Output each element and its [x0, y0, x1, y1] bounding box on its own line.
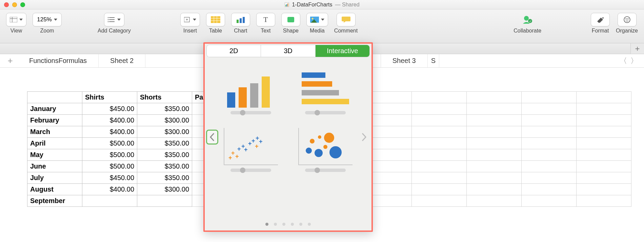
row-header[interactable]: April	[27, 138, 82, 149]
column-header[interactable]: Shorts	[137, 92, 192, 103]
cell[interactable]	[577, 184, 631, 195]
cell[interactable]	[82, 195, 137, 207]
page-dot[interactable]	[274, 223, 277, 226]
cell[interactable]	[522, 184, 577, 195]
row-header[interactable]: September	[27, 195, 82, 207]
sheet-tab[interactable]: Sheet 3	[381, 54, 428, 67]
row-header[interactable]: July	[27, 172, 82, 184]
page-dot[interactable]	[308, 223, 311, 226]
comment-button[interactable]	[337, 13, 356, 26]
cell[interactable]: $450.00	[82, 103, 137, 115]
cell[interactable]	[577, 172, 631, 184]
cell[interactable]	[522, 103, 577, 115]
row-header[interactable]: January	[27, 103, 82, 115]
row-header[interactable]: August	[27, 184, 82, 195]
cell[interactable]: $300.00	[137, 184, 192, 195]
insert-button[interactable]: +	[180, 13, 200, 26]
chart-button[interactable]	[231, 13, 250, 26]
row-header[interactable]: May	[27, 149, 82, 161]
cell[interactable]	[577, 92, 631, 103]
row-header[interactable]: February	[27, 115, 82, 126]
chart-style-next[interactable]	[358, 130, 370, 145]
cell[interactable]: $400.00	[82, 184, 137, 195]
cell[interactable]	[412, 184, 467, 195]
add-column-button[interactable]: +	[630, 43, 644, 54]
chart-type-interactive-bar[interactable]	[295, 70, 356, 114]
cell[interactable]	[137, 195, 192, 207]
cell[interactable]	[577, 126, 631, 138]
table-button[interactable]	[206, 13, 225, 26]
view-button[interactable]	[6, 13, 26, 26]
row-header[interactable]: June	[27, 161, 82, 172]
chart-type-interactive-column[interactable]	[220, 70, 281, 114]
cell[interactable]	[412, 195, 467, 207]
shape-button[interactable]	[281, 13, 300, 26]
cell[interactable]	[412, 138, 467, 149]
page-dot[interactable]	[291, 223, 294, 226]
cell[interactable]	[467, 184, 522, 195]
cell[interactable]	[412, 103, 467, 115]
cell[interactable]	[577, 115, 631, 126]
column-header[interactable]	[27, 92, 82, 103]
tab-interactive[interactable]: Interactive	[315, 45, 369, 57]
cell[interactable]	[467, 126, 522, 138]
tab-3d[interactable]: 3D	[261, 45, 315, 57]
sheet-tab[interactable]: Sheet 2	[99, 54, 145, 67]
cell[interactable]: $400.00	[82, 115, 137, 126]
cell[interactable]: $350.00	[137, 161, 192, 172]
cell[interactable]	[412, 115, 467, 126]
chart-type-interactive-scatter[interactable]: + + + + + + + + + + +	[220, 128, 281, 172]
cell[interactable]	[467, 103, 522, 115]
cell[interactable]	[522, 161, 577, 172]
chart-style-prev[interactable]	[206, 130, 218, 145]
organize-button[interactable]	[618, 13, 637, 26]
cell[interactable]	[467, 115, 522, 126]
page-dot[interactable]	[282, 223, 285, 226]
cell[interactable]: $300.00	[137, 126, 192, 138]
cell[interactable]	[522, 138, 577, 149]
column-header[interactable]: Shirts	[82, 92, 137, 103]
text-button[interactable]: T	[256, 13, 275, 26]
tabs-scroll-left[interactable]: 〈	[620, 56, 627, 66]
page-dot[interactable]	[265, 223, 268, 226]
media-button[interactable]	[306, 13, 328, 26]
cell[interactable]: $350.00	[137, 103, 192, 115]
chart-type-interactive-bubble[interactable]	[295, 128, 356, 172]
fullscreen-window-button[interactable]	[20, 2, 25, 7]
collaborate-button[interactable]: ✓	[518, 13, 537, 26]
sheet-tab[interactable]: FunctionsFormulas	[18, 54, 99, 67]
tab-2d[interactable]: 2D	[207, 45, 261, 57]
cell[interactable]	[577, 161, 631, 172]
add-category-button[interactable]	[104, 13, 124, 26]
close-window-button[interactable]	[4, 2, 9, 7]
cell[interactable]	[467, 161, 522, 172]
cell[interactable]	[522, 92, 577, 103]
cell[interactable]: $300.00	[137, 115, 192, 126]
cell[interactable]	[577, 149, 631, 161]
cell[interactable]	[467, 138, 522, 149]
cell[interactable]: $350.00	[137, 172, 192, 184]
cell[interactable]	[412, 172, 467, 184]
cell[interactable]	[412, 149, 467, 161]
cell[interactable]	[412, 161, 467, 172]
row-header[interactable]: March	[27, 126, 82, 138]
minimize-window-button[interactable]	[12, 2, 17, 7]
add-sheet-button[interactable]: +	[3, 56, 18, 66]
sheet-tab[interactable]: S	[428, 54, 439, 67]
cell[interactable]: $400.00	[82, 126, 137, 138]
cell[interactable]	[412, 126, 467, 138]
format-button[interactable]	[591, 13, 610, 26]
cell[interactable]: $450.00	[82, 172, 137, 184]
cell[interactable]	[522, 149, 577, 161]
cell[interactable]	[467, 195, 522, 207]
cell[interactable]	[577, 103, 631, 115]
cell[interactable]: $500.00	[82, 149, 137, 161]
cell[interactable]	[412, 92, 467, 103]
cell[interactable]	[467, 149, 522, 161]
cell[interactable]	[522, 195, 577, 207]
cell[interactable]: $350.00	[137, 149, 192, 161]
cell[interactable]	[577, 195, 631, 207]
page-dot[interactable]	[299, 223, 302, 226]
cell[interactable]	[467, 92, 522, 103]
cell[interactable]: $350.00	[137, 138, 192, 149]
